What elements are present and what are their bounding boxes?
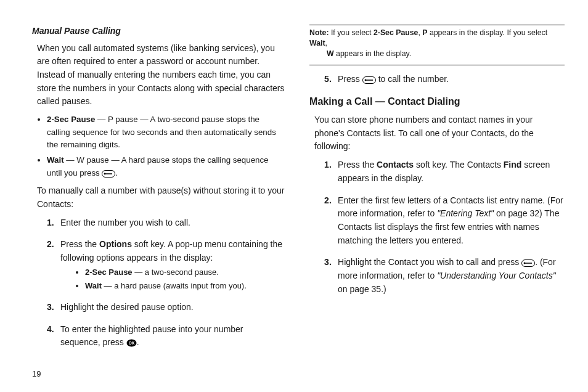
bullet-wait-text-b: . — [115, 168, 118, 178]
c1-b: Contacts — [377, 160, 414, 169]
c3-c: on page 35.) — [338, 284, 386, 294]
page-columns: Manual Pause Calling When you call autom… — [32, 25, 565, 370]
contact-step-2: Enter the first few letters of a Contact… — [324, 194, 565, 248]
pause-types-list: 2-Sec Pause — P pause — A two-second pau… — [47, 113, 285, 179]
note-line2-b: appears in the display. — [334, 49, 412, 58]
c3-a: Highlight the Contact you wish to call a… — [338, 257, 521, 267]
step-4: To enter the highlighted pause into your… — [47, 323, 285, 349]
note-block: Note: If you select 2-Sec Pause, P appea… — [309, 28, 565, 60]
sub-2sec-text: — a two-second pause. — [133, 267, 219, 277]
heading-contact-dialing: Making a Call — Contact Dialing — [309, 94, 565, 110]
step-2: Press the Options soft key. A pop-up men… — [47, 238, 285, 292]
send-key-icon — [362, 76, 376, 84]
note-label: Note: — [309, 28, 329, 37]
send-key-icon — [521, 259, 535, 267]
bullet-2sec-label: 2-Sec Pause — [47, 115, 95, 124]
sub-2sec-label: 2-Sec Pause — [85, 267, 133, 277]
step-3-text: Highlight the desired pause option. — [60, 302, 194, 312]
manual-call-steps: Enter the number you wish to call. Press… — [47, 216, 285, 349]
svg-text:OK: OK — [128, 341, 134, 345]
sub-2sec: 2-Sec Pause — a two-second pause. — [85, 266, 285, 279]
bullet-wait-text-a: — W pause — A hard pause stops the calli… — [47, 155, 268, 178]
contact-intro: You can store phone numbers and contact … — [314, 113, 565, 153]
step-2-b: Options — [99, 239, 132, 249]
lead-text: To manually call a number with pause(s) … — [37, 184, 285, 211]
contact-step-1: Press the Contacts soft key. The Contact… — [324, 158, 565, 185]
bullet-2sec: 2-Sec Pause — P pause — A two-second pau… — [47, 113, 285, 152]
note-rule-bottom — [309, 65, 565, 65]
subheading-manual-pause: Manual Pause Calling — [32, 25, 285, 38]
right-column: Note: If you select 2-Sec Pause, P appea… — [309, 25, 565, 370]
note-line2-a: W — [327, 49, 334, 58]
bullet-wait: Wait — W pause — A hard pause stops the … — [47, 154, 285, 179]
note-e: appears in the display. If you select — [427, 28, 547, 37]
note-b: 2-Sec Pause — [374, 28, 418, 37]
sub-wait: Wait — a hard pause (awaits input from y… — [85, 280, 285, 292]
c2-ref: "Entering Text" — [437, 208, 494, 218]
svg-point-2 — [104, 173, 106, 174]
ok-key-icon: OK — [126, 339, 137, 347]
step-4-b: . — [137, 337, 139, 347]
step-5-b: to call the number. — [376, 74, 449, 84]
step-5: Press to call the number. — [324, 73, 565, 86]
intro-paragraph: When you call automated systems (like ba… — [37, 42, 285, 108]
sub-wait-label: Wait — [85, 281, 102, 290]
step-5-a: Press — [338, 74, 362, 84]
svg-point-10 — [524, 263, 526, 264]
sub-wait-text: — a hard pause (awaits input from you). — [102, 281, 247, 290]
c1-a: Press the — [338, 160, 377, 169]
note-g: , — [325, 39, 327, 47]
contact-step-3: Highlight the Contact you wish to call a… — [324, 256, 565, 296]
note-a: If you select — [329, 28, 374, 37]
continued-steps: Press to call the number. — [324, 73, 565, 86]
page-number: 19 — [32, 369, 41, 378]
c3-ref: "Understanding Your Contacts" — [437, 271, 556, 280]
step-4-a: To enter the highlighted pause into your… — [60, 324, 243, 348]
step-2-options: 2-Sec Pause — a two-second pause. Wait —… — [85, 266, 285, 292]
step-3: Highlight the desired pause option. — [47, 301, 285, 314]
left-column: Manual Pause Calling When you call autom… — [32, 25, 287, 370]
step-2-a: Press the — [60, 239, 99, 249]
send-key-icon — [102, 170, 115, 178]
c1-d: Find — [504, 160, 522, 169]
note-f: Wait — [309, 39, 325, 47]
step-1-text: Enter the number you wish to call. — [60, 218, 190, 227]
svg-point-7 — [364, 79, 366, 81]
contact-steps: Press the Contacts soft key. The Contact… — [324, 158, 565, 296]
c1-c: soft key. The Contacts — [414, 160, 504, 169]
step-1: Enter the number you wish to call. — [47, 216, 285, 230]
bullet-wait-label: Wait — [47, 155, 64, 165]
note-rule-top — [309, 25, 565, 25]
